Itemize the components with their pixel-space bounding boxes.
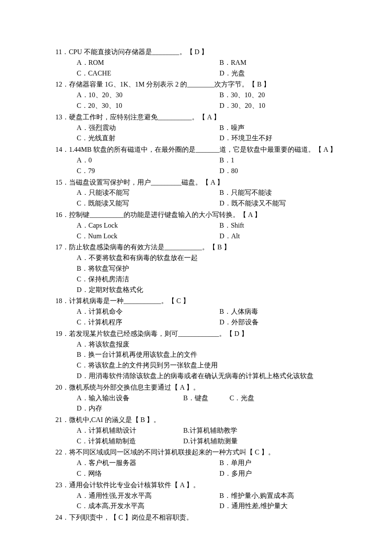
option: C．光线直射	[55, 133, 198, 144]
option: B.计算机辅助教学	[162, 425, 237, 436]
question-stem: 11．CPU 不能直接访问存储器是________。【 D 】	[55, 47, 341, 58]
options: A．10、20、30B．30、10、20C．20、30、10D．30、20、10	[55, 90, 341, 111]
option: D．30、20、10	[198, 101, 341, 111]
options: A．计算机命令B．人体病毒C．计算机程序D．外部设备	[55, 306, 341, 328]
option-text: 客户机一服务器	[89, 459, 136, 466]
option-text: 只能读不能写	[89, 189, 130, 196]
option-text: 单用户	[231, 459, 251, 466]
option-text: Num Lock	[88, 232, 118, 240]
option-text: 输入输出设备	[89, 394, 130, 402]
question-number: 20	[55, 384, 62, 391]
option-label: C．	[77, 470, 88, 477]
blank: __________	[158, 113, 192, 121]
option: D．环境卫生不好	[198, 133, 341, 144]
option-label: D．	[219, 318, 231, 326]
option-label: B．	[183, 394, 195, 402]
option-label: D．	[219, 502, 231, 509]
questions-list: 11．CPU 不能直接访问存储器是________。【 D 】A．ROMB．RA…	[55, 47, 341, 523]
option-label: D．	[219, 232, 231, 240]
option-label: C．	[77, 102, 88, 109]
options: A．强烈震动B．噪声C．光线直射D．环境卫生不好	[55, 123, 341, 144]
option-text: 0	[89, 156, 92, 164]
option: A．客户机一服务器	[55, 458, 198, 468]
option: C．既能读又能写	[55, 198, 198, 209]
option-label: B．	[219, 91, 231, 98]
blank: ____________	[178, 330, 219, 337]
stem-pre: ．计算机病毒是一种	[62, 297, 124, 304]
option-text: 80	[231, 167, 238, 174]
question-number: 24	[55, 514, 62, 521]
question-number: 22	[55, 448, 62, 456]
stem-pre: ．将不同区域或同一区域的不同计算机联接起来的一种方式叫	[62, 448, 246, 456]
option-text: 通用性差,维护量大	[231, 502, 288, 509]
option-label: D．	[77, 405, 89, 412]
question-number: 15	[55, 179, 62, 186]
question-11: 11．CPU 不能直接访问存储器是________。【 D 】A．ROMB．RA…	[55, 47, 341, 78]
option-label: B．	[77, 265, 88, 272]
option-text: Shift	[231, 222, 244, 229]
option-text: 强烈震动	[89, 124, 116, 131]
blank: __________	[89, 211, 124, 218]
blank: _______	[196, 146, 219, 153]
answer-bracket: 【 C 】	[110, 514, 132, 521]
option-label: A．	[77, 124, 89, 131]
option-text: 10、20、30	[89, 91, 123, 98]
option: B．换一台计算机再使用该软盘上的文件	[55, 350, 341, 360]
stem-pre: ．控制键	[62, 211, 89, 218]
stem-pre: ．微机系统与外部交换信息主要通过	[62, 384, 171, 391]
option-text: 计算机辅助测量	[190, 437, 238, 445]
stem-post: 。	[202, 243, 209, 251]
option-label: D．	[219, 199, 231, 207]
stem-pre: ．若发现某片软盘已经感染病毒，则可	[62, 330, 178, 337]
option-label: B.	[183, 427, 190, 434]
question-16: 16．控制键__________的功能是进行键盘输入的大小写转换。【 A 】A．…	[55, 210, 341, 241]
question-stem: 21．微机中,CAI 的涵义是【 B 】。	[55, 415, 341, 425]
question-number: 13	[55, 113, 62, 121]
option: D．多用户	[198, 468, 341, 479]
question-stem: 24．下列职责中，【 C 】岗位是不相容职责。	[55, 512, 341, 523]
option-label: D．	[219, 134, 231, 142]
option: B．将软盘写保护	[55, 263, 341, 274]
option-text: 光盘	[241, 394, 254, 402]
option: C．保持机房清洁	[55, 274, 341, 285]
stem-post: 次方字节。	[214, 81, 248, 88]
option: A．计算机命令	[55, 306, 198, 317]
question-stem: 18．计算机病毒是一种___________。【 C 】	[55, 296, 341, 306]
option-text: Alt	[231, 232, 240, 240]
option: C．光盘	[208, 393, 315, 404]
option-text: 计算机命令	[89, 308, 123, 315]
option: C．79	[55, 166, 198, 176]
stem-post: 。	[219, 330, 226, 337]
option-label: D．	[77, 286, 89, 293]
option: C．Num Lock	[55, 231, 198, 242]
option: B．Shift	[198, 220, 341, 231]
option-label: A．	[77, 308, 89, 315]
option-text: 只能写不能读	[231, 189, 272, 196]
option: C．将该软盘上的文件拷贝到另一张软盘上使用	[55, 360, 341, 371]
question-stem: 19．若发现某片软盘已经感染病毒，则可____________。【 D 】	[55, 329, 341, 339]
option-text: 30、10、20	[231, 91, 265, 98]
stem-post: 。	[192, 113, 199, 121]
option-label: D．	[219, 470, 231, 477]
stem-pre: ．CPU 不能直接访问存储器是	[62, 48, 152, 55]
option-text: 将软盘写保护	[88, 265, 129, 272]
stem-pre: ．当磁盘设置写保护时，用户	[62, 179, 151, 186]
option: B．维护量小,购置成本高	[198, 491, 341, 501]
option-text: 计算机辅助制造	[88, 437, 136, 445]
options: A．将该软盘报废B．换一台计算机再使用该软盘上的文件C．将该软盘上的文件拷贝到另…	[55, 339, 341, 382]
options: A．客户机一服务器B．单用户C．网络D．多用户	[55, 458, 341, 479]
option-text: 79	[88, 167, 95, 174]
option: A．将该软盘报废	[55, 339, 341, 350]
question-number: 17	[55, 243, 62, 251]
answer-bracket: 【 B 】。	[132, 416, 161, 423]
option-label: B．	[77, 351, 88, 358]
answer-bracket: 【 A 】	[239, 211, 261, 218]
question-stem: 15．当磁盘设置写保护时，用户_________磁盘。【 A 】	[55, 177, 341, 188]
option: C．CACHE	[55, 68, 198, 79]
option: A．计算机辅助设计	[55, 425, 162, 436]
question-number: 11	[55, 48, 62, 55]
answer-bracket: 【 A 】	[202, 179, 224, 186]
options: A．Caps LockB．ShiftC．Num LockD．Alt	[55, 220, 341, 242]
option: D.计算机辅助测量	[162, 436, 238, 447]
options: A．0B．1C．79D．80	[55, 155, 341, 176]
